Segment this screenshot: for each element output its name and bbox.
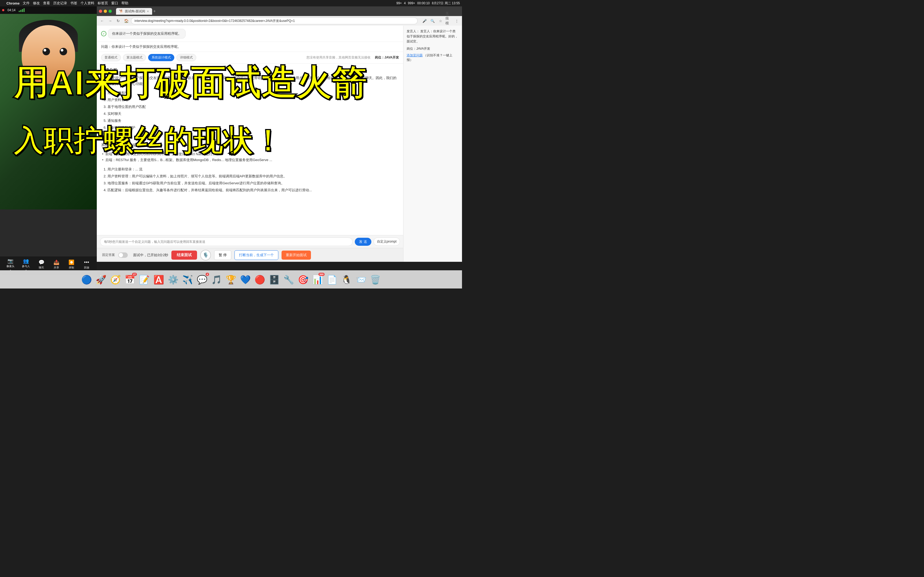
safari-icon: 🧭 — [110, 275, 121, 285]
datetime: 8月27日 周二 13:55 — [432, 1, 460, 6]
mode-system-design[interactable]: 系统设计模式 — [148, 54, 174, 61]
high-level-text: 系统将分为前端和后端两部分： — [101, 142, 399, 148]
menu-help[interactable]: 帮助 — [121, 1, 128, 6]
tab-close-btn[interactable]: ✕ — [147, 10, 149, 13]
dock-launchpad[interactable]: 🚀 — [95, 273, 107, 286]
back-btn[interactable]: ← — [99, 18, 105, 24]
add-question-link[interactable]: 添加至问题 — [407, 53, 423, 57]
browser-nav: ← → ↻ 🏠 interview.dog/meeting?spm=ready.… — [97, 16, 462, 26]
detail-item-3: 地理位置服务：前端通过GPS获取用户当前位置，并发送给后端。后端使用GeoSer… — [107, 180, 399, 186]
bookmark-icon[interactable]: ☆ — [438, 18, 444, 24]
menu-history[interactable]: 历史记录 — [53, 1, 67, 6]
timer-display: 00:00:10 — [417, 2, 430, 5]
reload-btn[interactable]: ↻ — [115, 18, 121, 24]
dock-notes[interactable]: 📝 — [138, 273, 151, 286]
dock-safari[interactable]: 🧭 — [109, 273, 122, 286]
recording-time: 04:14 — [8, 8, 16, 12]
app18-icon: 📄 — [327, 275, 338, 285]
dock-trash[interactable]: 🗑️ — [369, 273, 382, 286]
dock-app11[interactable]: 🏆 — [225, 273, 237, 286]
demand-title: 需求分析 — [101, 68, 399, 73]
url-bar[interactable]: interview.dog/meeting?spm=ready.0.0.0&po… — [131, 18, 418, 24]
dock-app10[interactable]: 🎵 — [210, 273, 223, 286]
menu-window[interactable]: 窗口 — [111, 1, 118, 6]
camera-icon: 📷 — [7, 258, 14, 264]
minimize-window-btn[interactable] — [104, 10, 107, 13]
pause-btn[interactable]: 暂 停 — [214, 250, 231, 260]
sidebar-add-question: 添加至问题 （识别不准？一键上报） — [407, 53, 459, 62]
toolbar-record[interactable]: ⏺️ 录制 — [68, 259, 75, 269]
dock-mail[interactable]: 📨 — [355, 273, 367, 286]
menu-icon[interactable]: ⋮ — [454, 18, 460, 24]
mic-mute-btn[interactable]: 🎙️ — [200, 250, 211, 260]
dock-airmail[interactable]: ✈️ — [181, 273, 194, 286]
home-btn[interactable]: 🏠 — [123, 18, 129, 24]
active-tab[interactable]: 🐕 面试狗-面试间 ✕ — [116, 8, 152, 15]
dock-finder[interactable]: 🔵 — [80, 273, 93, 286]
left-toolbar: 📷 像素头 ▲ 👥 参与人 ▲ 💬 聊天 📤 共享 ⏺️ 录制 ••• 回放 — [0, 256, 97, 272]
next-question-btn[interactable]: 打断当前，生成下一个 — [234, 250, 278, 260]
dock-qq[interactable]: 🐧 — [340, 273, 353, 286]
menu-bookmarks[interactable]: 书签 — [70, 1, 77, 6]
dock-calendar[interactable]: 📅 27 — [124, 273, 136, 286]
avatar-face — [8, 20, 89, 105]
menu-file[interactable]: 文件 — [23, 1, 30, 6]
list-item: 基于地理位置的用户匹配 — [107, 104, 399, 110]
forward-btn[interactable]: → — [107, 18, 113, 24]
send-button[interactable]: 发 送 — [355, 238, 372, 246]
dock-datagrip[interactable]: 🗄️ — [268, 273, 281, 286]
custom-prompt-button[interactable]: 自定义prompt — [373, 237, 400, 246]
restart-btn[interactable]: 重新开始面试 — [281, 251, 311, 259]
toolbar-participants[interactable]: 👥 参与人 ▲ — [22, 258, 30, 271]
mode-detail[interactable]: 详细模式 — [176, 54, 196, 61]
app17-icon: 📊 — [312, 275, 323, 285]
no-distraction[interactable]: 无痕模式 — [446, 18, 452, 24]
fixed-answer-toggle[interactable] — [118, 253, 128, 258]
dock-vscode[interactable]: 💙 — [239, 273, 252, 286]
menu-chrome[interactable]: Chrome — [6, 2, 19, 5]
dock-app13[interactable]: 🔴 — [254, 273, 266, 286]
maximize-window-btn[interactable] — [108, 10, 112, 13]
end-interview-btn[interactable]: 结束面试 — [171, 251, 197, 259]
menu-edit[interactable]: 修改 — [33, 1, 40, 6]
dock-app18[interactable]: 📄 — [326, 273, 338, 286]
menu-tabs[interactable]: 标签页 — [98, 1, 108, 6]
calendar-icon: 📅 — [124, 275, 135, 285]
menu-profile[interactable]: 个人资料 — [81, 1, 94, 6]
calendar-badge: 27 — [132, 273, 137, 276]
mode-normal[interactable]: 普通模式 — [101, 54, 121, 61]
notification-count2: 4 — [404, 2, 406, 5]
qq-icon: 🐧 — [341, 275, 352, 285]
menubar: Chrome 文件 修改 查看 历史记录 书签 个人资料 标签页 窗口 帮助 9… — [0, 0, 462, 6]
toolbar-share[interactable]: 📤 共享 — [53, 259, 60, 269]
close-window-btn[interactable] — [99, 10, 102, 13]
menu-view[interactable]: 查看 — [43, 1, 50, 6]
recording-info-bar: 04:14 — [0, 6, 97, 14]
dock-app15[interactable]: 🔧 — [282, 273, 295, 286]
new-tab-btn[interactable]: + — [153, 9, 156, 14]
frontend-item: 前端：移动应用，支持iOS和Android平台。主要使用React Native… — [101, 151, 399, 157]
toolbar-camera[interactable]: 📷 像素头 ▲ — [6, 258, 15, 271]
mic-icon[interactable]: 🎤 — [422, 18, 428, 24]
avatar-face-bg — [22, 25, 75, 84]
dock-appstore[interactable]: 🅰️ — [152, 273, 165, 286]
search-icon[interactable]: 🔍 — [430, 18, 436, 24]
dock-settings[interactable]: ⚙️ — [167, 273, 180, 286]
message-input[interactable] — [100, 237, 353, 246]
vscode-icon: 💙 — [240, 275, 251, 285]
toolbar-chat[interactable]: 💬 聊天 — [38, 259, 45, 269]
finder-icon: 🔵 — [81, 275, 92, 285]
dock-app16[interactable]: 🎯 — [297, 273, 310, 286]
dock-wechat[interactable]: 💬 4 — [196, 273, 208, 286]
signal-bars — [19, 8, 24, 12]
browser-window: 🐕 面试狗-面试间 ✕ + ← → ↻ 🏠 interview.dog/meet… — [97, 6, 462, 262]
tab-favicon: 🐕 — [119, 9, 123, 13]
avatar-area — [0, 6, 97, 210]
participants-icon: 👥 — [22, 258, 30, 264]
notes-icon: 📝 — [139, 275, 150, 285]
app11-icon: 🏆 — [226, 275, 236, 285]
dock-app17[interactable]: 📊 999 — [311, 273, 324, 286]
mode-algorithm[interactable]: 算法题模式 — [123, 54, 146, 61]
toolbar-more[interactable]: ••• 回放 — [83, 259, 90, 269]
demand-list: 用户注册和登录 用户资料管理 基于地理位置的用户匹配 实时聊天 通知服务 安全性… — [101, 90, 399, 131]
